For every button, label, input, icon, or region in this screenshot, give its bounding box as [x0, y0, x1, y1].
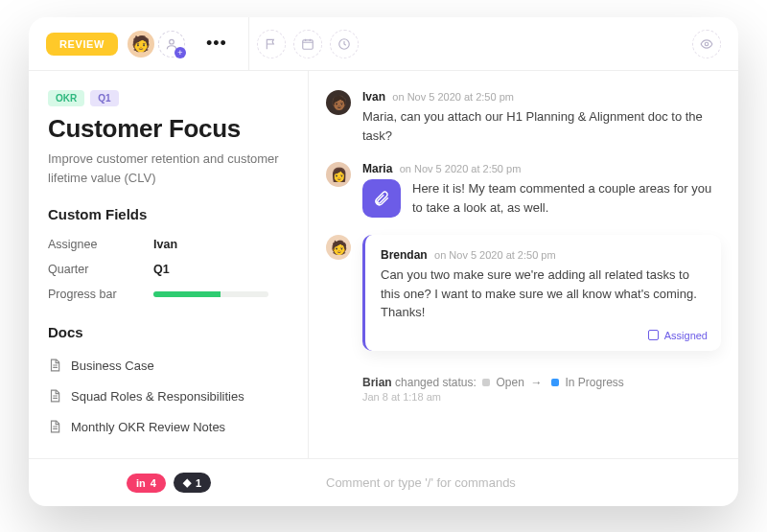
- avatar[interactable]: 🧑🏾: [326, 90, 351, 115]
- left-panel: OKR Q1 Customer Focus Improve customer r…: [29, 71, 309, 458]
- doc-item[interactable]: Squad Roles & Responsibilities: [48, 381, 289, 411]
- svg-rect-1: [303, 39, 314, 48]
- docs-heading: Docs: [48, 324, 289, 340]
- integration-pill-linkedin[interactable]: in 4: [127, 474, 166, 493]
- svg-point-3: [705, 42, 709, 46]
- clock-icon: [337, 37, 351, 51]
- assigned-label: Assigned: [664, 330, 708, 341]
- checkbox-icon: [648, 330, 659, 340]
- time-button[interactable]: [330, 30, 359, 58]
- field-quarter[interactable]: Quarter Q1: [48, 257, 289, 282]
- docs-section: Docs Business Case Squad Roles & Respons…: [48, 324, 289, 442]
- comment-timestamp: on Nov 5 2020 at 2:50 pm: [392, 91, 514, 103]
- doc-label: Business Case: [71, 359, 154, 373]
- status-from: Open: [496, 376, 523, 389]
- linkedin-icon: in: [136, 477, 146, 489]
- assigned-checkbox[interactable]: Assigned: [648, 330, 708, 341]
- divider: [248, 17, 249, 70]
- comment-text: Here it is! My team commented a couple a…: [412, 179, 721, 217]
- pill-count: 1: [196, 477, 201, 489]
- pill-count: 4: [151, 477, 156, 489]
- comment: 🧑🏾 Ivan on Nov 5 2020 at 2:50 pm Maria, …: [326, 90, 721, 145]
- status-timestamp: Jan 8 at 1:18 am: [362, 391, 721, 403]
- document-icon: [48, 358, 61, 373]
- flag-icon: [265, 37, 278, 51]
- paperclip-icon: [373, 190, 390, 207]
- page-subtitle: Improve customer retention and customer …: [48, 150, 288, 187]
- footer: in 4 ◆ 1 Comment or type '/' for command…: [29, 458, 738, 506]
- document-icon: [48, 419, 61, 434]
- custom-fields-heading: Custom Fields: [48, 206, 289, 222]
- status-change-event: Brian changed status: Open → In Progress: [362, 376, 721, 389]
- figma-icon: ◆: [183, 476, 191, 489]
- eye-icon: [700, 37, 713, 51]
- comment-timestamp: on Nov 5 2020 at 2:50 pm: [400, 163, 522, 174]
- field-assignee[interactable]: Assignee Ivan: [48, 232, 289, 257]
- app-window: REVIEW 🧑 + ••• OKR Q1: [29, 17, 738, 506]
- comment-author: Ivan: [362, 90, 385, 104]
- tag-q1[interactable]: Q1: [90, 90, 118, 106]
- svg-point-0: [170, 39, 174, 44]
- avatar[interactable]: 👩: [326, 162, 351, 187]
- field-progress[interactable]: Progress bar: [48, 282, 289, 307]
- status-badge-review[interactable]: REVIEW: [46, 33, 118, 56]
- assignee-avatars: 🧑 +: [128, 31, 185, 58]
- field-label: Progress bar: [48, 288, 153, 301]
- date-button[interactable]: [293, 30, 322, 58]
- body: OKR Q1 Customer Focus Improve customer r…: [29, 71, 738, 458]
- field-value: Q1: [153, 263, 170, 276]
- avatar-user[interactable]: 🧑: [128, 31, 154, 58]
- topbar: REVIEW 🧑 + •••: [29, 17, 738, 71]
- progress-bar: [153, 291, 268, 297]
- status-actor: Brian: [362, 376, 392, 389]
- footer-pills: in 4 ◆ 1: [29, 473, 309, 493]
- calendar-icon: [301, 37, 314, 51]
- status-verb: changed status:: [395, 376, 476, 389]
- doc-label: Monthly OKR Review Notes: [71, 420, 225, 434]
- attachment-button[interactable]: [362, 179, 401, 218]
- field-label: Quarter: [48, 263, 153, 276]
- page-title: Customer Focus: [48, 114, 289, 144]
- avatar[interactable]: 🧑: [326, 235, 351, 260]
- doc-item[interactable]: Business Case: [48, 350, 289, 381]
- document-icon: [48, 388, 61, 404]
- integration-pill-figma[interactable]: ◆ 1: [174, 473, 211, 493]
- comment-input[interactable]: Comment or type '/' for commands: [309, 475, 738, 490]
- progress-fill: [153, 291, 221, 297]
- comment-text: Can you two make sure we're adding all r…: [381, 266, 706, 339]
- comment-author: Maria: [362, 162, 392, 175]
- doc-item[interactable]: Monthly OKR Review Notes: [48, 411, 289, 442]
- status-dot-inprogress: [551, 379, 559, 386]
- field-value: Ivan: [153, 238, 177, 251]
- field-label: Assignee: [48, 238, 153, 251]
- status-to: In Progress: [566, 376, 624, 389]
- activity-panel: 🧑🏾 Ivan on Nov 5 2020 at 2:50 pm Maria, …: [309, 71, 738, 458]
- comment-timestamp: on Nov 5 2020 at 2:50 pm: [434, 249, 556, 261]
- watch-button[interactable]: [692, 30, 721, 58]
- status-dot-open: [482, 379, 490, 386]
- comment: 👩 Maria on Nov 5 2020 at 2:50 pm Here it…: [326, 162, 721, 218]
- flag-button[interactable]: [257, 30, 286, 58]
- comment-card: Brendan on Nov 5 2020 at 2:50 pm Can you…: [362, 235, 721, 351]
- add-assignee-button[interactable]: +: [158, 31, 185, 58]
- doc-label: Squad Roles & Responsibilities: [71, 389, 244, 404]
- comment-assigned: 🧑 Brendan on Nov 5 2020 at 2:50 pm Can y…: [326, 235, 721, 351]
- comment-author: Brendan: [381, 248, 428, 262]
- plus-icon: +: [174, 47, 186, 58]
- tag-row: OKR Q1: [48, 90, 289, 106]
- tag-okr[interactable]: OKR: [48, 90, 84, 106]
- comment-text: Maria, can you attach our H1 Planning & …: [362, 107, 721, 145]
- more-menu-button[interactable]: •••: [206, 34, 227, 54]
